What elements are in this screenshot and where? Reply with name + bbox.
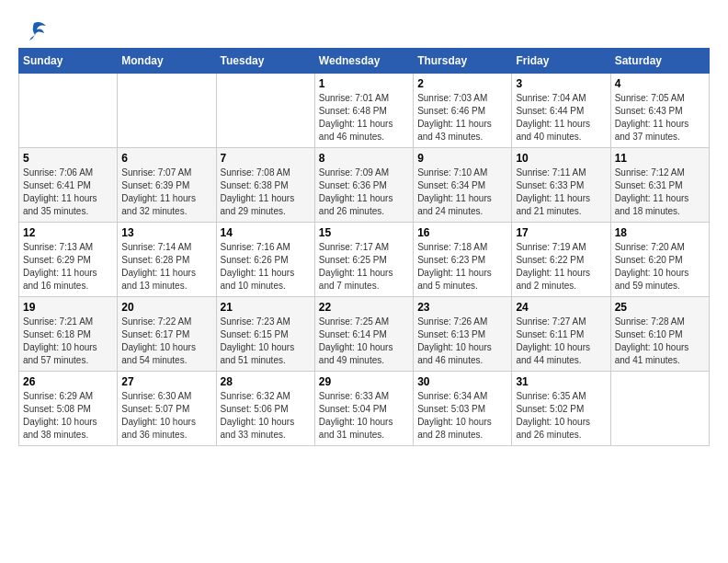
calendar-cell: 1Sunrise: 7:01 AM Sunset: 6:48 PM Daylig… (314, 74, 413, 148)
calendar-cell: 12Sunrise: 7:13 AM Sunset: 6:29 PM Dayli… (19, 223, 118, 297)
calendar-cell: 28Sunrise: 6:32 AM Sunset: 5:06 PM Dayli… (216, 372, 314, 446)
calendar-cell: 22Sunrise: 7:25 AM Sunset: 6:14 PM Dayli… (314, 297, 413, 372)
day-number: 28 (221, 375, 311, 388)
calendar-week-row: 12Sunrise: 7:13 AM Sunset: 6:29 PM Dayli… (19, 223, 710, 297)
calendar-cell: 19Sunrise: 7:21 AM Sunset: 6:18 PM Dayli… (19, 297, 118, 372)
day-info: Sunrise: 7:12 AM Sunset: 6:31 PM Dayligh… (615, 167, 705, 218)
day-number: 7 (221, 152, 311, 165)
day-info: Sunrise: 6:34 AM Sunset: 5:03 PM Dayligh… (417, 390, 507, 442)
calendar-cell (118, 74, 216, 148)
calendar-cell (216, 74, 314, 148)
calendar-cell: 15Sunrise: 7:17 AM Sunset: 6:25 PM Dayli… (314, 223, 413, 297)
day-number: 15 (319, 226, 409, 239)
calendar-cell: 13Sunrise: 7:14 AM Sunset: 6:28 PM Dayli… (118, 223, 216, 297)
calendar-table: SundayMondayTuesdayWednesdayThursdayFrid… (18, 48, 710, 446)
day-number: 9 (417, 152, 507, 165)
day-number: 8 (319, 152, 409, 165)
calendar-cell: 5Sunrise: 7:06 AM Sunset: 6:41 PM Daylig… (19, 148, 118, 223)
weekday-header: Thursday (414, 49, 512, 74)
day-info: Sunrise: 7:19 AM Sunset: 6:22 PM Dayligh… (516, 241, 606, 293)
day-number: 27 (121, 375, 211, 388)
calendar-cell: 29Sunrise: 6:33 AM Sunset: 5:04 PM Dayli… (314, 372, 413, 446)
calendar-week-row: 5Sunrise: 7:06 AM Sunset: 6:41 PM Daylig… (19, 148, 710, 223)
calendar-cell: 25Sunrise: 7:28 AM Sunset: 6:10 PM Dayli… (610, 297, 709, 372)
day-number: 24 (516, 301, 606, 314)
calendar-cell: 2Sunrise: 7:03 AM Sunset: 6:46 PM Daylig… (414, 74, 512, 148)
calendar-cell: 16Sunrise: 7:18 AM Sunset: 6:23 PM Dayli… (414, 223, 512, 297)
calendar-cell: 3Sunrise: 7:04 AM Sunset: 6:44 PM Daylig… (512, 74, 610, 148)
weekday-header: Wednesday (314, 49, 413, 74)
day-number: 18 (615, 226, 705, 239)
day-number: 17 (516, 226, 606, 239)
calendar-header-row: SundayMondayTuesdayWednesdayThursdayFrid… (19, 49, 710, 74)
day-number: 16 (417, 226, 507, 239)
calendar-cell: 11Sunrise: 7:12 AM Sunset: 6:31 PM Dayli… (610, 148, 709, 223)
day-info: Sunrise: 7:07 AM Sunset: 6:39 PM Dayligh… (121, 167, 211, 218)
day-info: Sunrise: 6:29 AM Sunset: 5:08 PM Dayligh… (23, 390, 113, 442)
day-info: Sunrise: 7:28 AM Sunset: 6:10 PM Dayligh… (615, 316, 705, 367)
calendar-cell: 26Sunrise: 6:29 AM Sunset: 5:08 PM Dayli… (19, 372, 118, 446)
day-number: 2 (417, 77, 507, 90)
day-number: 22 (319, 301, 409, 314)
calendar-cell: 4Sunrise: 7:05 AM Sunset: 6:43 PM Daylig… (610, 74, 709, 148)
logo (18, 18, 48, 39)
day-info: Sunrise: 7:16 AM Sunset: 6:26 PM Dayligh… (221, 241, 311, 293)
day-info: Sunrise: 7:27 AM Sunset: 6:11 PM Dayligh… (516, 316, 606, 367)
day-info: Sunrise: 6:32 AM Sunset: 5:06 PM Dayligh… (221, 390, 311, 442)
calendar-week-row: 19Sunrise: 7:21 AM Sunset: 6:18 PM Dayli… (19, 297, 710, 372)
day-info: Sunrise: 7:14 AM Sunset: 6:28 PM Dayligh… (121, 241, 211, 293)
day-info: Sunrise: 7:20 AM Sunset: 6:20 PM Dayligh… (615, 241, 705, 293)
day-number: 10 (516, 152, 606, 165)
day-info: Sunrise: 7:08 AM Sunset: 6:38 PM Dayligh… (221, 167, 311, 218)
logo-bird-icon (20, 18, 48, 46)
day-number: 12 (23, 226, 113, 239)
day-info: Sunrise: 7:06 AM Sunset: 6:41 PM Dayligh… (23, 167, 113, 218)
weekday-header: Friday (512, 49, 610, 74)
calendar-cell: 9Sunrise: 7:10 AM Sunset: 6:34 PM Daylig… (414, 148, 512, 223)
day-number: 1 (319, 77, 409, 90)
calendar-cell: 8Sunrise: 7:09 AM Sunset: 6:36 PM Daylig… (314, 148, 413, 223)
day-info: Sunrise: 6:33 AM Sunset: 5:04 PM Dayligh… (319, 390, 409, 442)
day-number: 23 (417, 301, 507, 314)
calendar-cell: 7Sunrise: 7:08 AM Sunset: 6:38 PM Daylig… (216, 148, 314, 223)
calendar-cell: 30Sunrise: 6:34 AM Sunset: 5:03 PM Dayli… (414, 372, 512, 446)
day-info: Sunrise: 7:13 AM Sunset: 6:29 PM Dayligh… (23, 241, 113, 293)
day-info: Sunrise: 6:30 AM Sunset: 5:07 PM Dayligh… (121, 390, 211, 442)
weekday-header: Saturday (610, 49, 709, 74)
calendar-cell (610, 372, 709, 446)
day-info: Sunrise: 6:35 AM Sunset: 5:02 PM Dayligh… (516, 390, 606, 442)
day-number: 11 (615, 152, 705, 165)
day-number: 19 (23, 301, 113, 314)
day-info: Sunrise: 7:09 AM Sunset: 6:36 PM Dayligh… (319, 167, 409, 218)
calendar-cell: 18Sunrise: 7:20 AM Sunset: 6:20 PM Dayli… (610, 223, 709, 297)
calendar-cell: 10Sunrise: 7:11 AM Sunset: 6:33 PM Dayli… (512, 148, 610, 223)
day-number: 14 (221, 226, 311, 239)
day-info: Sunrise: 7:04 AM Sunset: 6:44 PM Dayligh… (516, 92, 606, 144)
day-number: 25 (615, 301, 705, 314)
calendar-cell: 21Sunrise: 7:23 AM Sunset: 6:15 PM Dayli… (216, 297, 314, 372)
day-number: 20 (121, 301, 211, 314)
day-info: Sunrise: 7:26 AM Sunset: 6:13 PM Dayligh… (417, 316, 507, 367)
day-number: 13 (121, 226, 211, 239)
day-info: Sunrise: 7:18 AM Sunset: 6:23 PM Dayligh… (417, 241, 507, 293)
calendar-cell: 31Sunrise: 6:35 AM Sunset: 5:02 PM Dayli… (512, 372, 610, 446)
calendar-cell: 27Sunrise: 6:30 AM Sunset: 5:07 PM Dayli… (118, 372, 216, 446)
day-number: 6 (121, 152, 211, 165)
day-info: Sunrise: 7:11 AM Sunset: 6:33 PM Dayligh… (516, 167, 606, 218)
weekday-header: Sunday (19, 49, 118, 74)
day-number: 21 (221, 301, 311, 314)
day-number: 4 (615, 77, 705, 90)
weekday-header: Tuesday (216, 49, 314, 74)
day-info: Sunrise: 7:22 AM Sunset: 6:17 PM Dayligh… (121, 316, 211, 367)
day-info: Sunrise: 7:21 AM Sunset: 6:18 PM Dayligh… (23, 316, 113, 367)
day-info: Sunrise: 7:05 AM Sunset: 6:43 PM Dayligh… (615, 92, 705, 144)
day-number: 31 (516, 375, 606, 388)
day-info: Sunrise: 7:10 AM Sunset: 6:34 PM Dayligh… (417, 167, 507, 218)
day-info: Sunrise: 7:01 AM Sunset: 6:48 PM Dayligh… (319, 92, 409, 144)
day-number: 30 (417, 375, 507, 388)
day-number: 5 (23, 152, 113, 165)
day-number: 29 (319, 375, 409, 388)
page-header (18, 18, 710, 39)
day-number: 3 (516, 77, 606, 90)
calendar-week-row: 1Sunrise: 7:01 AM Sunset: 6:48 PM Daylig… (19, 74, 710, 148)
